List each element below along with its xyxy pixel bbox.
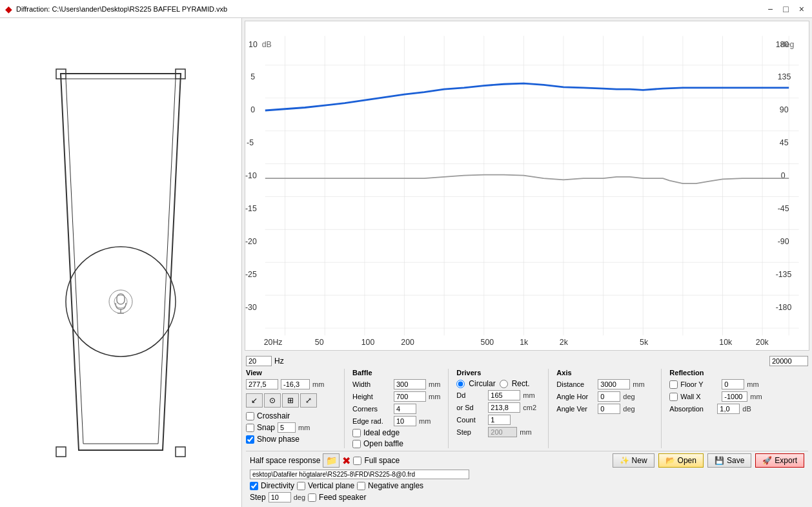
ideal-edge-checkbox[interactable] bbox=[352, 429, 361, 437]
export-label: Export bbox=[775, 456, 797, 465]
svg-text:2k: 2k bbox=[560, 337, 569, 347]
snap-label: Snap bbox=[257, 423, 275, 432]
app-icon: ◆ bbox=[5, 4, 12, 14]
circular-radio[interactable] bbox=[456, 380, 465, 388]
export-button[interactable]: 🚀 Export bbox=[755, 453, 804, 468]
new-button[interactable]: ✨ New bbox=[613, 453, 655, 468]
axis-dist-input[interactable] bbox=[598, 379, 630, 389]
floor-unit: mm bbox=[747, 380, 758, 388]
svg-text:90: 90 bbox=[780, 105, 789, 115]
absorption-input[interactable] bbox=[717, 404, 740, 414]
crosshair-checkbox[interactable] bbox=[246, 412, 254, 420]
view-btn-zoom-fit[interactable]: ↙ bbox=[246, 393, 263, 408]
baffle-edgerad-unit: mm bbox=[419, 417, 431, 425]
open-baffle-label: Open baffle bbox=[363, 439, 403, 448]
absorption-label: Absorption bbox=[669, 405, 715, 413]
directivity-checkbox[interactable] bbox=[250, 482, 258, 490]
open-button[interactable]: 📂 Open bbox=[658, 453, 704, 468]
new-label: New bbox=[632, 456, 647, 465]
svg-text:20Hz: 20Hz bbox=[264, 337, 283, 347]
view-x-input[interactable] bbox=[246, 379, 278, 389]
negative-angles-checkbox[interactable] bbox=[357, 482, 365, 490]
svg-text:-45: -45 bbox=[778, 203, 789, 214]
view-btn-center[interactable]: ⊙ bbox=[264, 393, 281, 408]
floor-input[interactable] bbox=[722, 379, 744, 389]
half-space-clear-btn[interactable]: ✖ bbox=[342, 455, 350, 467]
svg-text:1k: 1k bbox=[520, 337, 529, 347]
step-input[interactable] bbox=[488, 427, 517, 437]
rect-label: Rect. bbox=[512, 379, 530, 388]
reflection-label: Reflection bbox=[669, 369, 773, 377]
show-phase-checkbox[interactable] bbox=[246, 435, 254, 444]
view-y-input[interactable] bbox=[281, 379, 310, 389]
freq-right-input[interactable] bbox=[769, 356, 808, 366]
svg-text:50: 50 bbox=[315, 337, 324, 347]
sd-label: or Sd bbox=[456, 404, 485, 411]
axis-hor-unit: deg bbox=[623, 393, 634, 400]
baffle-height-input[interactable] bbox=[394, 391, 426, 402]
count-input[interactable] bbox=[488, 415, 511, 425]
baffle-label: Baffle bbox=[352, 369, 440, 377]
step-label: Step bbox=[456, 428, 485, 436]
svg-text:-135: -135 bbox=[776, 269, 792, 279]
baffle-svg bbox=[50, 63, 192, 463]
full-space-label: Full space bbox=[364, 456, 400, 465]
snap-unit: mm bbox=[298, 424, 310, 431]
view-unit: mm bbox=[312, 380, 324, 388]
close-button[interactable]: × bbox=[797, 4, 807, 14]
half-space-label: Half space response bbox=[250, 456, 320, 465]
view-btn-expand[interactable]: ⤢ bbox=[300, 393, 317, 408]
full-space-checkbox[interactable] bbox=[353, 457, 361, 465]
baffle-edgerad-input[interactable] bbox=[394, 416, 416, 426]
rect-radio[interactable] bbox=[500, 380, 508, 388]
axis-hor-input[interactable] bbox=[598, 391, 620, 402]
frd-path-input[interactable] bbox=[250, 470, 469, 479]
baffle-drawing-panel bbox=[0, 18, 242, 507]
floor-checkbox[interactable] bbox=[669, 380, 678, 389]
open-label: Open bbox=[678, 456, 696, 465]
baffle-width-input[interactable] bbox=[394, 379, 426, 389]
half-space-folder-btn[interactable]: 📁 bbox=[323, 453, 340, 468]
svg-text:10: 10 bbox=[249, 39, 258, 49]
svg-text:dB: dB bbox=[262, 39, 272, 49]
wall-input[interactable] bbox=[722, 391, 747, 402]
freq-left-unit: Hz bbox=[274, 357, 284, 366]
minimize-button[interactable]: − bbox=[765, 4, 775, 14]
svg-marker-5 bbox=[66, 79, 176, 444]
feed-speaker-checkbox[interactable] bbox=[308, 493, 316, 502]
svg-text:5k: 5k bbox=[640, 337, 649, 347]
open-icon: 📂 bbox=[665, 456, 675, 465]
wall-unit: mm bbox=[750, 393, 762, 400]
vertical-plane-checkbox[interactable] bbox=[297, 482, 305, 490]
maximize-button[interactable]: □ bbox=[780, 4, 791, 14]
dd-label: Dd bbox=[456, 391, 485, 399]
save-button[interactable]: 💾 Save bbox=[707, 453, 751, 468]
frequency-chart: 10 5 0 -5 dB -10 -15 -20 -25 -30 180 135… bbox=[245, 21, 809, 351]
window-title: Diffraction: C:\Users\ander\Desktop\RS22… bbox=[16, 5, 227, 13]
feed-speaker-label: Feed speaker bbox=[319, 493, 366, 502]
sd-input[interactable] bbox=[488, 402, 520, 413]
export-icon: 🚀 bbox=[762, 456, 772, 465]
open-baffle-checkbox[interactable] bbox=[352, 440, 361, 448]
snap-checkbox[interactable] bbox=[246, 424, 254, 432]
drivers-section: Drivers Circular Rect. Dd mm or Sd bbox=[456, 369, 540, 448]
dd-unit: mm bbox=[523, 391, 534, 399]
dd-input[interactable] bbox=[488, 390, 520, 400]
snap-value-input[interactable] bbox=[278, 422, 296, 433]
svg-text:-15: -15 bbox=[245, 203, 257, 214]
freq-left-input[interactable] bbox=[246, 356, 272, 366]
negative-angles-label: Negative angles bbox=[368, 481, 423, 490]
wall-checkbox[interactable] bbox=[669, 393, 678, 401]
vertical-plane-label: Vertical plane bbox=[308, 481, 354, 490]
axis-dist-unit: mm bbox=[633, 380, 644, 388]
svg-text:200: 200 bbox=[401, 337, 414, 347]
baffle-corners-input[interactable] bbox=[394, 404, 416, 414]
view-btn-grid[interactable]: ⊞ bbox=[282, 393, 299, 408]
baffle-height-label: Height bbox=[352, 393, 391, 400]
svg-text:-30: -30 bbox=[245, 302, 257, 312]
half-space-step-input[interactable] bbox=[269, 492, 291, 502]
circular-label: Circular bbox=[469, 379, 495, 388]
baffle-edgerad-label: Edge rad. bbox=[352, 417, 391, 425]
axis-ver-input[interactable] bbox=[598, 404, 620, 414]
save-label: Save bbox=[727, 456, 744, 465]
